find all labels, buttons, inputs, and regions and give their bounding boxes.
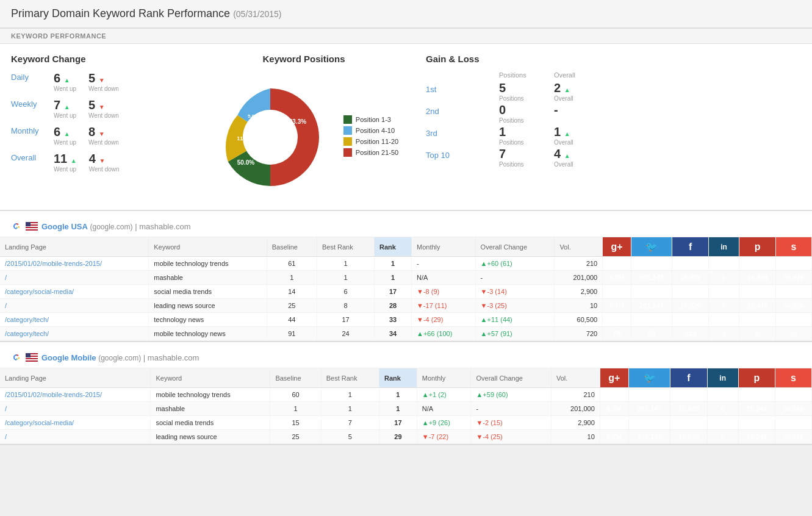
- table-col-header: s: [775, 237, 811, 257]
- table-cell: 2,509: [672, 257, 708, 271]
- table-cell: 5: [738, 416, 775, 430]
- table-cell: 1,131: [670, 416, 707, 430]
- table-cell: /: [0, 299, 149, 313]
- table-cell: 54: [775, 416, 811, 430]
- table-col-header: g+: [600, 368, 628, 388]
- table-cell: leading news source: [151, 430, 270, 444]
- table-cell: ▼-7 (22): [417, 430, 471, 444]
- table-row: /category/tech/technology news441733▼-4 …: [0, 313, 812, 327]
- table-section-google-mobile: Google Mobile (google.com) | mashable.co…: [0, 347, 812, 445]
- us-flag-icon: [26, 353, 38, 362]
- table-col-header: p: [738, 368, 775, 388]
- table-cell: technology news: [149, 313, 267, 327]
- table-cell: 79: [603, 327, 631, 341]
- kc-label[interactable]: Monthly: [11, 125, 54, 135]
- table-cell: 1: [379, 402, 417, 416]
- table-cell: ▲+9 (26): [417, 416, 471, 430]
- table-cell: ▲+60 (61): [475, 257, 555, 271]
- table-row: /category/social-media/social media tren…: [0, 416, 812, 430]
- table-cell: 201,147: [628, 430, 670, 444]
- table-cell: 0: [739, 327, 775, 341]
- keyword-change-row: Weekly 7 ▲ Went up 5 ▼ Went down: [11, 98, 182, 119]
- table-col-header: s: [775, 368, 811, 388]
- table-col-header: Overall Change: [471, 368, 551, 388]
- table-row: /leading news source25828▼-17 (11)▼-3 (2…: [0, 299, 812, 313]
- kc-label[interactable]: Daily: [11, 71, 54, 82]
- table-cell: ▲+59 (60): [471, 388, 551, 402]
- table-cell: ▲+66 (100): [412, 327, 476, 341]
- svg-rect-15: [26, 359, 38, 360]
- table-cell: 16,029: [670, 402, 707, 416]
- svg-text:33.3%: 33.3%: [289, 118, 306, 125]
- table-row: /leading news source25529▼-7 (22)▼-4 (25…: [0, 430, 812, 444]
- table-cell: 145: [708, 285, 739, 299]
- donut-legend: Position 1-3Position 4-10Position 11-20P…: [343, 115, 398, 157]
- table-cell: 0: [707, 402, 738, 416]
- table-cell: 16,029: [672, 271, 708, 285]
- table-cell: social media trends: [149, 285, 267, 299]
- table-cell: 15,348: [739, 299, 775, 313]
- table-cell: /: [0, 430, 151, 444]
- table-cell: 10: [551, 430, 600, 444]
- table-cell: ▲+11 (44): [475, 313, 555, 327]
- table-cell: 9: [708, 327, 739, 341]
- table-cell: 5: [739, 285, 775, 299]
- table-cell: 1: [317, 257, 374, 271]
- table-col-header: f: [670, 368, 707, 388]
- table-cell: social media trends: [151, 416, 270, 430]
- table-cell: 17: [379, 416, 417, 430]
- table-col-header: Best Rank: [321, 368, 379, 388]
- kc-up-stat: 6 ▲ Went up: [54, 71, 76, 92]
- table-col-header: 🐦: [631, 237, 672, 257]
- table-cell: 54: [775, 285, 811, 299]
- gain-loss-row: 3rd 1 Positions 1 ▲ Overall: [426, 125, 801, 146]
- table-cell: 33: [375, 313, 412, 327]
- table-cell: /category/social-media/: [0, 416, 151, 430]
- table-cell: 30,926: [775, 299, 811, 313]
- table-cell: 179: [628, 416, 670, 430]
- table-cell: 79: [603, 313, 631, 327]
- table-source-label: Google USA (google.com) | mashable.com: [41, 222, 191, 231]
- keyword-positions-section: Keyword Positions 33.3%: [182, 54, 426, 200]
- table-cell: 201,000: [551, 402, 600, 416]
- table-col-header: Vol.: [551, 368, 600, 388]
- table-cell: 4,198: [631, 257, 672, 271]
- data-table-google-usa: Landing PageKeywordBaselineBest RankRank…: [0, 237, 812, 341]
- table-cell: ▼-17 (11): [412, 299, 476, 313]
- table-cell: 16,029: [670, 430, 707, 444]
- us-flag-icon: [26, 222, 38, 231]
- table-cell: 89: [631, 313, 672, 327]
- table-cell: mobile technology news: [149, 327, 267, 341]
- table-cell: N/A: [417, 402, 471, 416]
- table-cell: 6.7M: [603, 271, 631, 285]
- kc-down-stat: 8 ▼ Went down: [88, 125, 119, 146]
- table-cell: 5: [321, 430, 379, 444]
- table-cell: 210: [555, 257, 603, 271]
- table-col-header: in: [707, 368, 738, 388]
- table-cell: 201,147: [631, 299, 672, 313]
- gain-loss-row: Top 10 7 Positions 4 ▲ Overall: [426, 147, 801, 168]
- table-col-header: Landing Page: [0, 368, 151, 388]
- svg-rect-16: [26, 353, 31, 357]
- keyword-change-title: Keyword Change: [11, 54, 182, 64]
- kc-label[interactable]: Overall: [11, 152, 54, 162]
- section-label: KEYWORD PERFORMANCE: [0, 28, 812, 44]
- table-cell: /: [0, 402, 151, 416]
- svg-rect-10: [26, 222, 31, 226]
- svg-rect-9: [26, 228, 38, 229]
- kc-up-stat: 6 ▲ Went up: [54, 125, 76, 146]
- table-col-header: Rank: [379, 368, 417, 388]
- table-cell: 17: [317, 313, 374, 327]
- table-cell: 30,926: [775, 271, 811, 285]
- table-cell: 434: [672, 313, 708, 327]
- table-col-header: Best Rank: [317, 237, 374, 257]
- kc-down-stat: 4 ▼ Went down: [89, 152, 120, 173]
- kc-down-stat: 5 ▼ Went down: [88, 98, 119, 119]
- table-cell: 10: [555, 299, 603, 313]
- table-cell: 145: [707, 416, 738, 430]
- table-cell: /2015/01/02/mobile-trends-2015/: [0, 388, 151, 402]
- table-col-header: in: [708, 237, 739, 257]
- table-row: /mashable111N/A-201,0006.7M201,14716,029…: [0, 402, 812, 416]
- svg-text:11.1%: 11.1%: [237, 135, 253, 142]
- kc-label[interactable]: Weekly: [11, 98, 54, 109]
